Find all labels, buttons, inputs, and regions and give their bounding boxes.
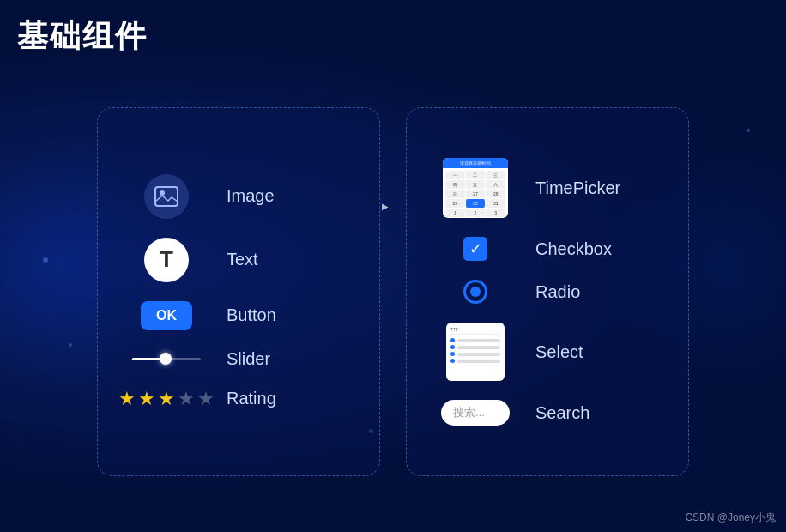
- slider-icon[interactable]: [132, 358, 201, 360]
- tp-cell: 2: [466, 209, 486, 217]
- star-5[interactable]: ★: [197, 388, 215, 410]
- right-card: 请选择日期/时间 一 二 三 四 五 六 日 27 28 29 30 31: [406, 107, 689, 476]
- select-bar: [457, 360, 500, 363]
- timepicker-icon-area: 请选择日期/时间 一 二 三 四 五 六 日 27 28 29 30 31: [441, 158, 510, 218]
- tp-cell: 1: [445, 209, 465, 217]
- select-option-1: [450, 338, 500, 342]
- select-dot: [450, 359, 455, 363]
- rating-icon[interactable]: ★ ★ ★ ★ ★: [118, 388, 215, 410]
- tp-cell: 27: [466, 190, 486, 198]
- image-label: Image: [227, 186, 312, 206]
- slider-thumb: [160, 353, 172, 365]
- slider-label: Slider: [227, 349, 312, 369]
- image-row: Image: [132, 174, 345, 219]
- slider-track: [132, 358, 201, 360]
- search-row: 搜索... Search: [441, 400, 654, 426]
- select-dot: [450, 352, 455, 356]
- main-content: Image T Text OK Button: [0, 69, 786, 515]
- select-dot: [450, 338, 455, 342]
- text-row: T Text: [132, 238, 345, 282]
- text-icon: T: [144, 238, 189, 282]
- tp-cell: 五: [466, 180, 486, 189]
- select-dot: [450, 345, 455, 349]
- star-2[interactable]: ★: [138, 388, 155, 410]
- tp-cell: 六: [486, 180, 505, 189]
- rating-label: Rating: [227, 389, 312, 408]
- svg-rect-0: [155, 187, 178, 206]
- tp-cell: 二: [466, 171, 486, 179]
- search-input-preview[interactable]: 搜索...: [441, 400, 510, 426]
- left-card: Image T Text OK Button: [97, 107, 380, 476]
- radio-label: Radio: [535, 282, 621, 302]
- checkbox-row: ✓ Checkbox: [441, 237, 654, 261]
- timepicker-row: 请选择日期/时间 一 二 三 四 五 六 日 27 28 29 30 31: [441, 158, 654, 218]
- tp-cell: 一: [445, 171, 465, 179]
- select-label: Select: [535, 342, 621, 362]
- select-option-3: [450, 352, 500, 356]
- checkbox-icon[interactable]: ✓: [463, 237, 487, 261]
- select-row: TTT·: [441, 323, 654, 381]
- tp-cell: 30: [466, 199, 486, 208]
- tp-cell: 28: [486, 190, 505, 198]
- select-mini-header: TTT·: [450, 327, 500, 335]
- select-option-4: [450, 359, 500, 363]
- watermark: CSDN @Joney小鬼: [685, 511, 776, 525]
- radio-icon-area: [441, 280, 510, 304]
- select-bar: [457, 346, 500, 349]
- rating-icon-area: ★ ★ ★ ★ ★: [132, 388, 201, 410]
- radio-inner: [470, 287, 481, 297]
- select-bar: [457, 339, 500, 342]
- timepicker-icon: 请选择日期/时间 一 二 三 四 五 六 日 27 28 29 30 31: [443, 158, 508, 218]
- search-icon-area: 搜索...: [441, 400, 510, 426]
- button-icon-area: OK: [132, 301, 201, 330]
- checkbox-label: Checkbox: [535, 239, 621, 259]
- radio-icon[interactable]: [463, 280, 487, 304]
- select-option-2: [450, 345, 500, 349]
- search-placeholder: 搜索...: [453, 406, 485, 419]
- timepicker-label: TimePicker: [535, 178, 621, 198]
- star-4[interactable]: ★: [178, 388, 195, 410]
- tp-cell: 31: [486, 199, 505, 208]
- button-label: Button: [227, 305, 312, 325]
- tp-cell: 3: [486, 209, 505, 217]
- tp-cell: 日: [445, 190, 465, 198]
- star-1[interactable]: ★: [118, 388, 136, 410]
- radio-row: Radio: [441, 280, 654, 304]
- button-row: OK Button: [132, 301, 345, 330]
- search-label: Search: [535, 403, 621, 423]
- select-icon: TTT·: [446, 323, 505, 381]
- tp-cell: 四: [445, 180, 465, 189]
- checkbox-icon-area: ✓: [441, 237, 510, 261]
- slider-icon-area: [132, 358, 201, 360]
- rating-row: ★ ★ ★ ★ ★ Rating: [132, 388, 345, 410]
- select-icon-area: TTT·: [441, 323, 510, 381]
- ok-button[interactable]: OK: [141, 301, 192, 330]
- tp-cell: 三: [486, 171, 505, 179]
- text-label: Text: [227, 250, 312, 269]
- image-icon: [144, 174, 189, 219]
- tp-header: 请选择日期/时间: [443, 158, 508, 168]
- text-icon-area: T: [132, 238, 201, 282]
- page-title: 基础组件: [17, 15, 148, 57]
- star-3[interactable]: ★: [158, 388, 175, 410]
- image-icon-area: [132, 174, 201, 219]
- tp-cell: 29: [445, 199, 465, 208]
- select-bar: [457, 353, 500, 356]
- slider-row: Slider: [132, 349, 345, 369]
- tp-body: 一 二 三 四 五 六 日 27 28 29 30 31 1 2: [443, 168, 508, 218]
